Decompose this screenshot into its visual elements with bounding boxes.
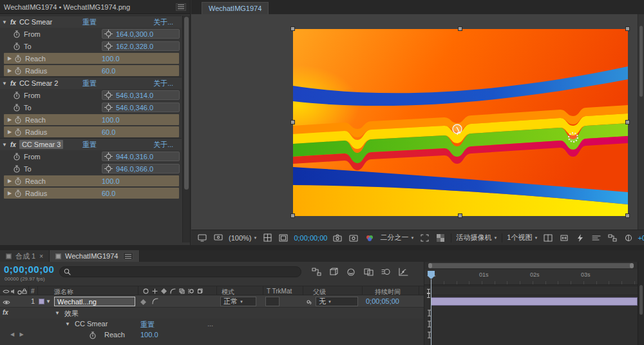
motion-blur-icon[interactable] [380,266,392,277]
effect-point-icon[interactable] [104,103,113,112]
property-value[interactable]: 60.0 [102,67,115,75]
stopwatch-icon[interactable] [14,177,22,185]
time-ruler[interactable]: 0s 01s 02s 03s [424,270,638,285]
fast-preview-icon[interactable] [574,233,586,243]
reset-link[interactable]: 重置 [82,17,97,27]
reset-link[interactable]: 重置 [82,79,97,88]
point-value-cell[interactable]: 944.0,316.0 [102,152,180,161]
timeline-scrollbar[interactable] [638,262,644,345]
stopwatch-icon[interactable] [13,165,21,173]
slider-value-cell[interactable]: 100.0 [102,176,120,186]
property-value[interactable]: 100.0 [140,331,158,339]
about-link[interactable]: 关于... [153,140,173,150]
property-value[interactable]: 162.0,328.0 [116,43,153,50]
show-snapshot-icon[interactable] [348,233,359,243]
scrollbar-thumb[interactable] [184,17,189,190]
resolution-select[interactable]: 二分之一▼ [380,233,414,242]
stopwatch-icon[interactable] [13,30,21,38]
navigator-end-handle[interactable] [630,263,634,268]
reset-link[interactable]: 重置 [82,140,97,150]
property-value[interactable]: 60.0 [102,190,115,197]
scrollbar-thumb[interactable] [639,285,643,315]
flowchart-button-icon[interactable] [607,233,618,243]
grid-guides-icon[interactable] [261,233,273,243]
property-value[interactable]: 100.0 [102,177,120,185]
twirl-right-icon[interactable]: ▶ [5,178,14,184]
twirl-down-icon[interactable]: ▼ [64,321,71,327]
slider-value-cell[interactable]: 100.0 [102,54,120,63]
slider-value-cell[interactable]: 100.0 [102,115,120,124]
twirl-right-icon[interactable]: ▶ [5,190,14,196]
layer-visibility-eye-icon[interactable] [3,299,10,306]
about-link[interactable]: 关于... [153,79,173,88]
slider-value-cell[interactable]: 60.0 [102,66,115,75]
selection-handle-bottom-mid[interactable] [458,213,462,218]
stopwatch-icon[interactable] [14,55,22,63]
hide-shy-layers-icon[interactable] [345,266,357,277]
selection-handle-bottom-left[interactable] [290,213,295,218]
property-row[interactable]: ◀ ▶ Reach 100.0 [0,330,424,340]
search-box[interactable] [59,266,301,277]
property-value[interactable]: 546.0,346.0 [116,104,153,112]
property-value[interactable]: 164.0,300.0 [116,30,153,38]
smear-effect-point-2[interactable] [569,133,578,142]
scrollbar-thumb[interactable] [639,26,643,97]
layer-name[interactable]: Wechatl...ng [54,297,135,306]
column-trkmat[interactable]: T TrkMat [267,288,292,295]
exposure-value[interactable]: +0.0 [638,234,644,242]
effect-header-selected[interactable]: ▼ fx CC Smear 3 重置 关于... [0,138,182,150]
search-input[interactable] [73,268,297,275]
safe-margins-icon[interactable] [278,233,289,243]
effect-name[interactable]: CC Smear 3 [19,140,64,149]
stopwatch-icon[interactable] [14,128,22,136]
viewer-content[interactable] [191,14,644,230]
time-navigator[interactable] [428,263,634,268]
timeline-tab-active[interactable]: WechatIMG1974 [50,250,140,262]
graph-editor-icon[interactable] [397,266,409,277]
effect-point-icon[interactable] [104,42,113,50]
about-link[interactable]: 关于... [153,17,173,27]
twirl-right-icon[interactable]: ▶ [5,117,14,123]
panel-menu-icon[interactable] [123,252,133,260]
viewer-tab[interactable]: WechatIMG1974 [202,2,269,14]
effect-row[interactable]: ▼ CC Smear 重置 ... [0,319,424,330]
effect-point-icon[interactable] [104,91,113,99]
stopwatch-icon[interactable] [13,104,21,112]
camera-select[interactable]: 活动摄像机▼ [456,233,497,242]
effect-header[interactable]: ▼ fx CC Smear 重置 关于... [0,15,182,28]
viewer-scrollbar[interactable] [638,14,644,230]
close-icon[interactable]: × [39,253,43,260]
effect-point-icon[interactable] [104,152,113,161]
selection-handle-right-mid[interactable] [625,120,630,124]
layer-quality-icon[interactable] [140,299,146,306]
selection-handle-top-mid[interactable] [458,26,462,31]
property-value[interactable]: 60.0 [102,128,115,136]
panel-menu-icon[interactable] [176,3,186,11]
keyframe-navigator[interactable]: ◀ ▶ [10,331,26,337]
stopwatch-icon[interactable] [13,43,21,50]
property-value[interactable]: 944.0,316.0 [116,153,153,161]
effect-point-icon[interactable] [104,30,113,38]
snapshot-camera-icon[interactable] [332,233,343,243]
navigator-start-handle[interactable] [428,263,432,268]
layer-duration[interactable]: 0;00;05;00 [366,297,399,305]
composition-image[interactable] [293,29,628,216]
layer-row[interactable]: 1 ▼ Wechatl...ng 正常▼ 无▼ 0;00;05;00 [0,295,424,308]
point-value-cell[interactable]: 546.0,314.0 [102,90,180,100]
twirl-right-icon[interactable]: ▶ [5,129,14,135]
twirl-down-icon[interactable]: ▼ [45,299,52,304]
region-of-interest-icon[interactable] [419,233,430,243]
timeline-tab-comp1[interactable]: 合成 1 × [0,250,50,262]
composition-artwork[interactable] [293,29,628,216]
blend-mode-select[interactable]: 正常▼ [220,297,256,306]
stopwatch-icon[interactable] [13,92,21,99]
twirl-right-icon[interactable]: ▶ [5,55,14,61]
slider-value-cell[interactable]: 60.0 [102,127,115,137]
trkmat-select[interactable] [265,297,279,306]
selection-handle-bottom-right[interactable] [625,213,630,218]
effect-header[interactable]: ▼ fx CC Smear 2 重置 关于... [0,77,182,89]
effect-options-ellipsis[interactable]: ... [207,320,213,328]
selection-handle-top-left[interactable] [290,26,295,31]
layer-fx-icon[interactable] [152,298,158,306]
display-settings-icon[interactable] [213,233,224,243]
